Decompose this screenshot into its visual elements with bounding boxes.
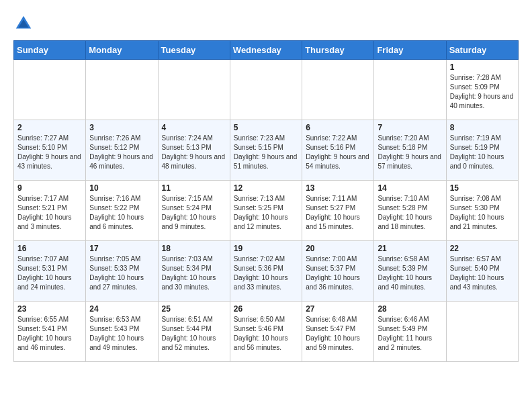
day-number: 9	[17, 183, 82, 193]
logo-icon	[13, 13, 34, 34]
day-info: Sunrise: 6:50 AMSunset: 5:46 PMDaylight:…	[234, 315, 298, 353]
calendar-cell	[374, 60, 446, 120]
day-number: 24	[89, 304, 154, 314]
day-info: Sunrise: 7:13 AMSunset: 5:25 PMDaylight:…	[234, 194, 298, 232]
day-info: Sunrise: 7:10 AMSunset: 5:28 PMDaylight:…	[378, 194, 442, 232]
day-number: 22	[450, 244, 515, 253]
day-number: 8	[450, 123, 515, 132]
day-number: 2	[17, 123, 82, 132]
day-info: Sunrise: 7:28 AMSunset: 5:09 PMDaylight:…	[450, 73, 515, 111]
calendar-cell	[230, 60, 302, 120]
calendar-cell	[446, 302, 518, 362]
calendar-cell: 17Sunrise: 7:05 AMSunset: 5:33 PMDayligh…	[86, 241, 158, 302]
calendar-week-row: 9Sunrise: 7:17 AMSunset: 5:21 PMDaylight…	[14, 181, 519, 241]
calendar-cell: 9Sunrise: 7:17 AMSunset: 5:21 PMDaylight…	[14, 181, 86, 241]
calendar-cell	[158, 60, 230, 120]
calendar-cell: 12Sunrise: 7:13 AMSunset: 5:25 PMDayligh…	[230, 181, 302, 241]
day-info: Sunrise: 7:08 AMSunset: 5:30 PMDaylight:…	[450, 194, 515, 232]
day-info: Sunrise: 7:27 AMSunset: 5:10 PMDaylight:…	[17, 134, 82, 171]
calendar-cell: 8Sunrise: 7:19 AMSunset: 5:19 PMDaylight…	[446, 120, 518, 181]
day-info: Sunrise: 6:58 AMSunset: 5:39 PMDaylight:…	[378, 255, 442, 292]
calendar-cell: 15Sunrise: 7:08 AMSunset: 5:30 PMDayligh…	[446, 181, 518, 241]
calendar-cell: 1Sunrise: 7:28 AMSunset: 5:09 PMDaylight…	[446, 60, 518, 120]
calendar-cell: 28Sunrise: 6:46 AMSunset: 5:49 PMDayligh…	[374, 302, 446, 362]
calendar-cell: 13Sunrise: 7:11 AMSunset: 5:27 PMDayligh…	[302, 181, 374, 241]
calendar-cell: 16Sunrise: 7:07 AMSunset: 5:31 PMDayligh…	[14, 241, 86, 302]
logo	[13, 13, 35, 34]
day-number: 26	[234, 304, 298, 314]
day-info: Sunrise: 7:15 AMSunset: 5:24 PMDaylight:…	[162, 194, 226, 232]
day-number: 3	[89, 123, 154, 132]
weekday-header-monday: Monday	[86, 41, 158, 60]
day-number: 15	[450, 183, 515, 193]
calendar-cell: 26Sunrise: 6:50 AMSunset: 5:46 PMDayligh…	[230, 302, 302, 362]
day-info: Sunrise: 7:03 AMSunset: 5:34 PMDaylight:…	[162, 255, 226, 292]
day-number: 4	[162, 123, 226, 132]
calendar-cell: 7Sunrise: 7:20 AMSunset: 5:18 PMDaylight…	[374, 120, 446, 181]
weekday-header-friday: Friday	[374, 41, 446, 60]
day-number: 13	[306, 183, 370, 193]
weekday-header-sunday: Sunday	[14, 41, 86, 60]
day-info: Sunrise: 7:11 AMSunset: 5:27 PMDaylight:…	[306, 194, 370, 232]
calendar-cell: 14Sunrise: 7:10 AMSunset: 5:28 PMDayligh…	[374, 181, 446, 241]
day-info: Sunrise: 6:48 AMSunset: 5:47 PMDaylight:…	[306, 315, 370, 353]
calendar-cell: 5Sunrise: 7:23 AMSunset: 5:15 PMDaylight…	[230, 120, 302, 181]
calendar-week-row: 23Sunrise: 6:55 AMSunset: 5:41 PMDayligh…	[14, 302, 519, 362]
day-info: Sunrise: 7:17 AMSunset: 5:21 PMDaylight:…	[17, 194, 82, 232]
day-info: Sunrise: 7:02 AMSunset: 5:36 PMDaylight:…	[234, 255, 298, 292]
day-info: Sunrise: 7:23 AMSunset: 5:15 PMDaylight:…	[234, 134, 298, 171]
day-number: 19	[234, 244, 298, 253]
day-info: Sunrise: 6:51 AMSunset: 5:44 PMDaylight:…	[162, 315, 226, 353]
day-number: 27	[306, 304, 370, 314]
calendar-cell	[302, 60, 374, 120]
calendar-cell	[14, 60, 86, 120]
day-number: 28	[378, 304, 442, 314]
day-number: 6	[306, 123, 370, 132]
day-number: 23	[17, 304, 82, 314]
day-number: 18	[162, 244, 226, 253]
calendar-cell: 23Sunrise: 6:55 AMSunset: 5:41 PMDayligh…	[14, 302, 86, 362]
calendar-cell: 11Sunrise: 7:15 AMSunset: 5:24 PMDayligh…	[158, 181, 230, 241]
day-number: 14	[378, 183, 442, 193]
day-info: Sunrise: 7:05 AMSunset: 5:33 PMDaylight:…	[89, 255, 154, 292]
day-number: 11	[162, 183, 226, 193]
day-number: 7	[378, 123, 442, 132]
day-number: 16	[17, 244, 82, 253]
day-info: Sunrise: 7:20 AMSunset: 5:18 PMDaylight:…	[378, 134, 442, 171]
day-info: Sunrise: 7:16 AMSunset: 5:22 PMDaylight:…	[89, 194, 154, 232]
day-number: 5	[234, 123, 298, 132]
day-info: Sunrise: 7:07 AMSunset: 5:31 PMDaylight:…	[17, 255, 82, 292]
calendar-cell: 3Sunrise: 7:26 AMSunset: 5:12 PMDaylight…	[86, 120, 158, 181]
day-number: 12	[234, 183, 298, 193]
day-number: 10	[89, 183, 154, 193]
calendar-cell: 20Sunrise: 7:00 AMSunset: 5:37 PMDayligh…	[302, 241, 374, 302]
day-number: 17	[89, 244, 154, 253]
page-header	[13, 13, 519, 34]
day-number: 21	[378, 244, 442, 253]
calendar-cell: 25Sunrise: 6:51 AMSunset: 5:44 PMDayligh…	[158, 302, 230, 362]
calendar-cell: 4Sunrise: 7:24 AMSunset: 5:13 PMDaylight…	[158, 120, 230, 181]
calendar-cell: 22Sunrise: 6:57 AMSunset: 5:40 PMDayligh…	[446, 241, 518, 302]
day-info: Sunrise: 7:00 AMSunset: 5:37 PMDaylight:…	[306, 255, 370, 292]
weekday-header-thursday: Thursday	[302, 41, 374, 60]
day-info: Sunrise: 6:53 AMSunset: 5:43 PMDaylight:…	[89, 315, 154, 353]
day-info: Sunrise: 6:46 AMSunset: 5:49 PMDaylight:…	[378, 315, 442, 353]
day-info: Sunrise: 6:55 AMSunset: 5:41 PMDaylight:…	[17, 315, 82, 353]
day-info: Sunrise: 7:26 AMSunset: 5:12 PMDaylight:…	[89, 134, 154, 171]
calendar-week-row: 2Sunrise: 7:27 AMSunset: 5:10 PMDaylight…	[14, 120, 519, 181]
calendar-cell	[86, 60, 158, 120]
day-number: 20	[306, 244, 370, 253]
weekday-header-row: SundayMondayTuesdayWednesdayThursdayFrid…	[14, 41, 519, 60]
calendar-cell: 21Sunrise: 6:58 AMSunset: 5:39 PMDayligh…	[374, 241, 446, 302]
calendar-cell: 27Sunrise: 6:48 AMSunset: 5:47 PMDayligh…	[302, 302, 374, 362]
calendar-cell: 10Sunrise: 7:16 AMSunset: 5:22 PMDayligh…	[86, 181, 158, 241]
calendar-cell: 19Sunrise: 7:02 AMSunset: 5:36 PMDayligh…	[230, 241, 302, 302]
day-info: Sunrise: 6:57 AMSunset: 5:40 PMDaylight:…	[450, 255, 515, 292]
calendar-table: SundayMondayTuesdayWednesdayThursdayFrid…	[13, 40, 519, 362]
day-number: 1	[450, 62, 515, 72]
day-info: Sunrise: 7:22 AMSunset: 5:16 PMDaylight:…	[306, 134, 370, 171]
calendar-cell: 18Sunrise: 7:03 AMSunset: 5:34 PMDayligh…	[158, 241, 230, 302]
calendar-cell: 2Sunrise: 7:27 AMSunset: 5:10 PMDaylight…	[14, 120, 86, 181]
day-info: Sunrise: 7:19 AMSunset: 5:19 PMDaylight:…	[450, 134, 515, 171]
calendar-week-row: 16Sunrise: 7:07 AMSunset: 5:31 PMDayligh…	[14, 241, 519, 302]
